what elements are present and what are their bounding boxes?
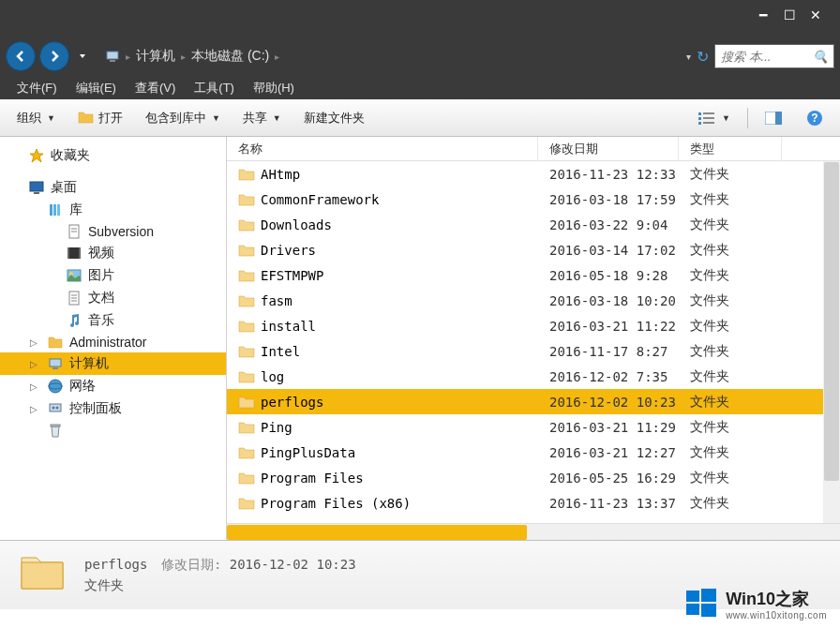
column-date[interactable]: 修改日期 xyxy=(538,137,679,161)
horizontal-scrollbar[interactable] xyxy=(227,523,840,540)
organize-button[interactable]: 组织▼ xyxy=(9,106,63,130)
tree-subversion[interactable]: Subversion xyxy=(0,221,226,242)
watermark-sub: www.win10xitong.com xyxy=(726,610,827,621)
file-row[interactable]: PingPlusData2016-03-21 12:27文件夹 xyxy=(227,440,840,465)
chevron-down-icon: ▼ xyxy=(722,113,730,123)
vertical-scrollbar[interactable] xyxy=(823,161,840,523)
tree-computer[interactable]: ▷ 计算机 xyxy=(0,352,226,375)
controlpanel-icon xyxy=(47,401,64,416)
search-box[interactable]: 🔍 xyxy=(714,44,834,68)
menu-edit[interactable]: 编辑(E) xyxy=(68,78,124,98)
tree-controlpanel[interactable]: ▷ 控制面板 xyxy=(0,397,226,420)
file-row[interactable]: CommonFramework2016-03-18 17:59文件夹 xyxy=(227,187,840,212)
file-row[interactable]: Ping2016-03-21 11:29文件夹 xyxy=(227,414,840,440)
file-type: 文件夹 xyxy=(679,214,782,236)
user-icon xyxy=(47,335,64,350)
tree-documents[interactable]: 文档 xyxy=(0,287,226,309)
include-library-button[interactable]: 包含到库中▼ xyxy=(138,106,228,130)
file-row[interactable]: fasm2016-03-18 10:20文件夹 xyxy=(227,288,840,313)
dropdown-icon[interactable]: ▾ xyxy=(686,52,691,62)
file-row[interactable]: Drivers2016-03-14 17:02文件夹 xyxy=(227,237,840,262)
file-row[interactable]: AHtmp2016-11-23 12:33文件夹 xyxy=(227,161,840,187)
folder-icon xyxy=(238,269,255,282)
file-row[interactable]: Downloads2016-03-22 9:04文件夹 xyxy=(227,212,840,237)
menu-tools[interactable]: 工具(T) xyxy=(187,78,242,98)
new-folder-button[interactable]: 新建文件夹 xyxy=(296,106,372,130)
main-area: 收藏夹 桌面 库 Subversion 视频 图片 xyxy=(0,137,840,540)
tree-network[interactable]: ▷ 网络 xyxy=(0,375,226,397)
tree-desktop[interactable]: 桌面 xyxy=(0,176,226,199)
menu-view[interactable]: 查看(V) xyxy=(128,78,183,98)
file-type: 文件夹 xyxy=(679,290,782,312)
file-date: 2016-05-25 16:29 xyxy=(538,468,679,488)
file-row[interactable]: EFSTMPWP2016-05-18 9:28文件夹 xyxy=(227,262,840,288)
file-name: Downloads xyxy=(261,217,332,232)
svg-rect-22 xyxy=(79,247,81,259)
tree-label: 文档 xyxy=(88,290,114,307)
tree-libraries[interactable]: 库 xyxy=(0,199,226,221)
svg-rect-30 xyxy=(52,367,58,369)
tree-music[interactable]: 音乐 xyxy=(0,309,226,332)
breadcrumb-computer[interactable]: 计算机 xyxy=(136,48,175,65)
scrollbar-thumb[interactable] xyxy=(227,525,527,540)
list-body: AHtmp2016-11-23 12:33文件夹CommonFramework2… xyxy=(227,161,840,523)
details-type: 文件夹 xyxy=(84,577,356,594)
svg-rect-37 xyxy=(686,591,699,602)
tree-pictures[interactable]: 图片 xyxy=(0,264,226,287)
scrollbar-thumb[interactable] xyxy=(824,162,839,481)
svg-rect-29 xyxy=(50,359,61,366)
file-date: 2016-05-18 9:28 xyxy=(538,265,679,286)
file-date: 2016-03-21 11:29 xyxy=(538,417,679,438)
chevron-right-icon: ▸ xyxy=(181,52,186,62)
close-button[interactable]: ✕ xyxy=(802,6,829,24)
search-icon[interactable]: 🔍 xyxy=(813,50,828,64)
desktop-icon xyxy=(28,180,45,195)
breadcrumb-drive[interactable]: 本地磁盘 (C:) xyxy=(191,48,269,65)
back-button[interactable] xyxy=(6,41,36,71)
maximize-button[interactable]: ☐ xyxy=(776,6,802,24)
forward-button[interactable] xyxy=(39,41,69,71)
breadcrumb[interactable]: ▸ 计算机 ▸ 本地磁盘 (C:) ▸ xyxy=(96,48,682,65)
tree-label: Administrator xyxy=(69,335,146,350)
help-button[interactable]: ? xyxy=(799,106,831,130)
file-row[interactable]: perflogs2016-12-02 10:23文件夹 xyxy=(227,389,840,414)
history-dropdown[interactable] xyxy=(73,41,92,71)
tree-favorites[interactable]: 收藏夹 xyxy=(0,144,226,167)
svg-rect-12 xyxy=(30,182,43,191)
view-options-button[interactable]: ▼ xyxy=(690,108,738,128)
column-type[interactable]: 类型 xyxy=(679,137,782,161)
folder-icon xyxy=(238,345,255,358)
file-type: 文件夹 xyxy=(679,315,782,337)
file-row[interactable]: install2016-03-21 11:22文件夹 xyxy=(227,313,840,338)
menu-file[interactable]: 文件(F) xyxy=(9,78,65,98)
folder-icon xyxy=(238,446,255,459)
tree-label: 库 xyxy=(69,202,82,218)
file-row[interactable]: log2016-12-02 7:35文件夹 xyxy=(227,364,840,389)
file-date: 2016-11-23 13:37 xyxy=(538,493,679,514)
music-icon xyxy=(66,313,82,328)
folder-icon xyxy=(238,396,255,409)
file-type: 文件夹 xyxy=(679,264,782,287)
open-button[interactable]: 打开 xyxy=(70,106,130,130)
chevron-right-icon: ▸ xyxy=(275,52,279,62)
chevron-down-icon: ▼ xyxy=(273,113,281,123)
tree-videos[interactable]: 视频 xyxy=(0,242,226,264)
folder-open-icon xyxy=(78,111,95,126)
refresh-icon[interactable]: ↻ xyxy=(697,48,709,66)
tree-recyclebin[interactable] xyxy=(0,420,226,441)
menu-help[interactable]: 帮助(H) xyxy=(246,78,302,98)
search-input[interactable] xyxy=(721,50,805,64)
column-name[interactable]: 名称 xyxy=(227,137,538,161)
share-button[interactable]: 共享▼ xyxy=(235,106,289,130)
file-type: 文件夹 xyxy=(679,441,782,464)
file-row[interactable]: Program Files2016-05-25 16:29文件夹 xyxy=(227,465,840,490)
tree-admin[interactable]: ▷ Administrator xyxy=(0,332,226,352)
file-name: Program Files (x86) xyxy=(261,496,411,511)
preview-pane-button[interactable] xyxy=(758,108,789,128)
folder-icon xyxy=(238,497,255,510)
file-name: CommonFramework xyxy=(261,192,379,207)
svg-rect-33 xyxy=(50,404,61,411)
minimize-button[interactable]: ━ xyxy=(750,6,776,24)
file-row[interactable]: Intel2016-11-17 8:27文件夹 xyxy=(227,338,840,364)
file-row[interactable]: Program Files (x86)2016-11-23 13:37文件夹 xyxy=(227,490,840,516)
